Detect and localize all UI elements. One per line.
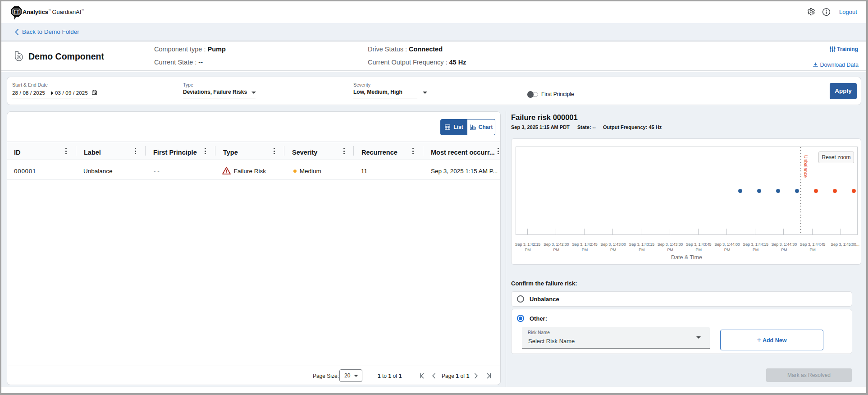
svg-text:FT: FT xyxy=(14,9,19,14)
